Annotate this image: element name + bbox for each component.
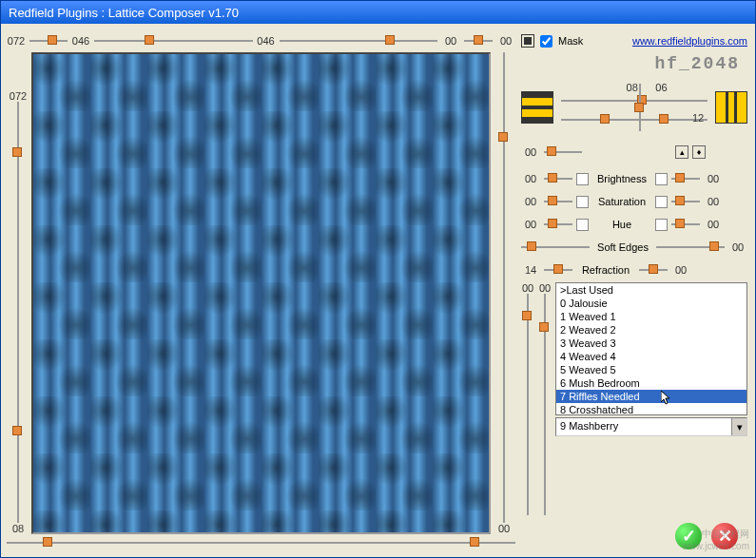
cross-v[interactable] bbox=[634, 84, 646, 131]
preset-item[interactable]: 3 Weaved 3 bbox=[556, 337, 746, 350]
mid-left-val: 00 bbox=[521, 146, 540, 158]
window-title: Redfield Plugins : Lattice Composer v1.7… bbox=[9, 6, 239, 20]
preset-combo-button[interactable]: ▾ bbox=[731, 418, 746, 435]
pattern-swatch-2[interactable] bbox=[715, 91, 747, 124]
hue-slider-l[interactable] bbox=[544, 219, 572, 230]
tiny-toggle-2[interactable]: ♦ bbox=[692, 145, 706, 159]
preset-combo-text: 9 Mashberry bbox=[556, 418, 731, 435]
preset-item[interactable]: 8 Crosshatched bbox=[556, 403, 746, 415]
bottom-slider[interactable] bbox=[7, 537, 515, 548]
preset-item[interactable]: >Last Used bbox=[556, 283, 746, 297]
top-slider-2[interactable] bbox=[94, 35, 253, 47]
ok-button[interactable]: ✓ bbox=[675, 523, 702, 549]
brightness-row: 00 Brightness 00 bbox=[521, 168, 747, 189]
softedges-row: Soft Edges 00 bbox=[521, 237, 747, 258]
refraction-l: 14 bbox=[521, 264, 540, 276]
left-vslider-col: 072 08 bbox=[7, 52, 29, 534]
softedges-slider[interactable] bbox=[521, 241, 590, 253]
mask-indicator[interactable] bbox=[521, 34, 534, 48]
softedges-slider-r[interactable] bbox=[656, 241, 725, 253]
left-vslider-top-val: 072 bbox=[9, 90, 28, 102]
refraction-label: Refraction bbox=[576, 264, 635, 276]
preset-item[interactable]: 4 Weaved 4 bbox=[556, 350, 746, 363]
brightness-l: 00 bbox=[521, 173, 540, 184]
cross-sliders: 08 06 12 bbox=[561, 84, 708, 131]
preview-canvas bbox=[31, 52, 491, 534]
top-slider-row: 072 046 046 00 00 bbox=[7, 29, 515, 52]
softedges-label: Soft Edges bbox=[593, 241, 652, 253]
saturation-slider-r[interactable] bbox=[671, 196, 700, 207]
hue-r: 00 bbox=[704, 219, 723, 230]
lattice-pattern bbox=[33, 54, 489, 532]
preset-item[interactable]: 1 Weaved 1 bbox=[556, 310, 746, 323]
hue-l: 00 bbox=[521, 219, 540, 230]
mask-checkbox[interactable] bbox=[540, 35, 552, 48]
preset-item[interactable]: 2 Weaved 2 bbox=[556, 323, 746, 337]
preset-item[interactable]: 6 Mush Bedroom bbox=[556, 376, 746, 390]
brightness-r: 00 bbox=[704, 173, 723, 184]
top-val-2: 046 bbox=[71, 35, 90, 47]
hue-slider-r[interactable] bbox=[671, 219, 700, 230]
top-val-1: 072 bbox=[7, 35, 26, 47]
brightness-label: Brightness bbox=[592, 173, 651, 184]
mid-left-slider[interactable] bbox=[544, 146, 582, 158]
softedges-r: 00 bbox=[728, 241, 747, 253]
brightness-check-r[interactable] bbox=[655, 173, 668, 185]
left-vslider-bot-val: 08 bbox=[9, 523, 28, 534]
cross-v2: 06 bbox=[651, 82, 670, 93]
hue-check-r[interactable] bbox=[655, 219, 668, 231]
preset-listbox[interactable]: >Last Used0 Jalousie1 Weaved 12 Weaved 2… bbox=[555, 282, 747, 415]
left-vslider[interactable] bbox=[12, 102, 24, 523]
rv-b-val: 00 bbox=[535, 282, 554, 294]
top-slider-4[interactable] bbox=[464, 35, 493, 47]
dialog-buttons: ✓ ✕ bbox=[521, 523, 747, 549]
mask-row: Mask www.redfieldplugins.com bbox=[521, 31, 747, 50]
saturation-check-r[interactable] bbox=[655, 196, 668, 208]
client-area: 072 046 046 00 00 072 08 bbox=[1, 24, 755, 557]
top-val-5: 00 bbox=[496, 35, 515, 47]
saturation-l: 00 bbox=[521, 196, 540, 207]
left-column: 072 046 046 00 00 072 08 bbox=[7, 29, 515, 551]
refraction-slider-r[interactable] bbox=[639, 264, 668, 276]
rv-b[interactable] bbox=[539, 294, 551, 515]
saturation-label: Saturation bbox=[592, 196, 651, 207]
top-slider-1[interactable] bbox=[29, 35, 68, 47]
inner-right-vslider-col: 00 bbox=[493, 52, 515, 534]
inner-right-vslider-val: 00 bbox=[494, 523, 514, 534]
inner-right-vslider[interactable] bbox=[498, 52, 510, 523]
right-column: Mask www.redfieldplugins.com hf_2048 08 … bbox=[519, 29, 749, 551]
brightness-slider-l[interactable] bbox=[544, 173, 572, 184]
saturation-check[interactable] bbox=[576, 196, 589, 208]
cross-v3: 12 bbox=[688, 112, 708, 124]
title-bar[interactable]: Redfield Plugins : Lattice Composer v1.7… bbox=[1, 1, 755, 24]
refraction-r: 00 bbox=[671, 264, 690, 276]
pattern-swatch-1[interactable] bbox=[521, 91, 553, 124]
website-link[interactable]: www.redfieldplugins.com bbox=[632, 35, 747, 47]
refraction-row: 14 Refraction 00 bbox=[521, 260, 747, 280]
hue-check[interactable] bbox=[576, 219, 589, 231]
top-slider-3[interactable] bbox=[280, 35, 438, 47]
preset-combo[interactable]: 9 Mashberry ▾ bbox=[555, 417, 747, 436]
mid-slider-row: 00 ▴ ♦ bbox=[521, 138, 747, 166]
tiny-toggle-1[interactable]: ▴ bbox=[675, 145, 688, 159]
preset-item[interactable]: 5 Weaved 5 bbox=[556, 363, 746, 376]
swatch-row: 08 06 12 bbox=[521, 79, 747, 136]
preset-item[interactable]: 0 Jalousie bbox=[556, 297, 746, 310]
bottom-slider-row bbox=[7, 534, 515, 551]
top-val-3: 046 bbox=[257, 35, 276, 47]
preset-item[interactable]: 7 Riffles Needled bbox=[556, 390, 746, 403]
brand-text: hf_2048 bbox=[521, 54, 740, 73]
rv-a-val: 00 bbox=[518, 282, 537, 294]
refraction-slider-l[interactable] bbox=[544, 264, 572, 276]
saturation-r: 00 bbox=[704, 196, 723, 207]
rv-a[interactable] bbox=[522, 294, 533, 515]
mask-label: Mask bbox=[558, 35, 583, 47]
brightness-slider-r[interactable] bbox=[671, 173, 700, 184]
hue-label: Hue bbox=[592, 219, 651, 230]
saturation-slider-l[interactable] bbox=[544, 196, 572, 207]
plugin-window: Redfield Plugins : Lattice Composer v1.7… bbox=[0, 0, 756, 558]
brightness-check[interactable] bbox=[576, 173, 589, 185]
cancel-button[interactable]: ✕ bbox=[711, 523, 738, 549]
hue-row: 00 Hue 00 bbox=[521, 214, 747, 235]
top-val-4: 00 bbox=[441, 35, 460, 47]
